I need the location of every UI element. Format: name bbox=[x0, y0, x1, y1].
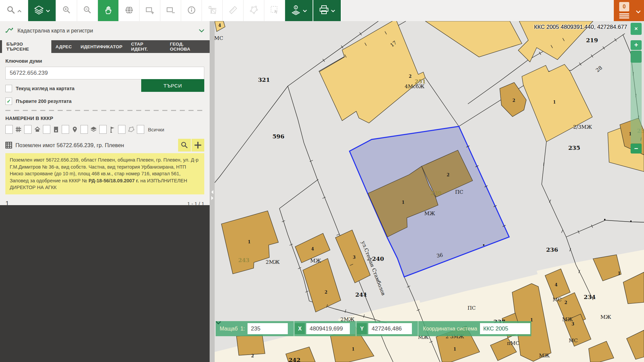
layers-icon bbox=[34, 5, 44, 16]
map-zoom-out-button[interactable]: − bbox=[631, 143, 642, 154]
collapse-left-icon[interactable] bbox=[211, 190, 213, 194]
zoom-slider[interactable] bbox=[631, 51, 642, 143]
grid-icon bbox=[15, 126, 22, 133]
filter-checkbox[interactable] bbox=[118, 125, 125, 134]
coordinate-readout: ККС 2005 4809391.440, 427284.677 bbox=[534, 24, 627, 31]
cart-menu-button[interactable]: 0 bbox=[614, 0, 644, 21]
print-tool-button[interactable] bbox=[313, 0, 341, 21]
crs-value: ККС 2005 bbox=[483, 325, 527, 332]
x-label: X bbox=[295, 323, 305, 334]
svg-text:2: 2 bbox=[409, 74, 412, 79]
divider bbox=[5, 110, 204, 111]
map-zoom-in-button[interactable]: + bbox=[631, 40, 642, 50]
keywords-input[interactable] bbox=[5, 67, 204, 79]
x-coordinate-input[interactable] bbox=[306, 323, 350, 334]
search-tool-button[interactable] bbox=[0, 0, 28, 21]
chevron-down-icon bbox=[46, 8, 50, 14]
scale-prefix: 1: bbox=[240, 326, 248, 332]
filter-checkbox[interactable] bbox=[99, 125, 107, 134]
panel-resize-handle[interactable] bbox=[210, 21, 215, 362]
measure-polygon-tool-button[interactable] bbox=[244, 0, 264, 21]
result-item[interactable]: Поземлен имот 56722.656.239, гр. Плевен bbox=[5, 139, 204, 152]
chevron-down-icon bbox=[331, 8, 335, 14]
tab-old-identifier[interactable]: СТАР ИДЕНТ. bbox=[127, 40, 166, 53]
filter-checkbox[interactable] bbox=[24, 125, 32, 134]
sidebar: Кадастрална карта и регистри БЪРЗО ТЪРСЕ… bbox=[0, 21, 210, 362]
svg-text:пМС: пМС bbox=[507, 340, 520, 346]
filter-checkbox[interactable] bbox=[80, 125, 88, 134]
grid-icon bbox=[5, 139, 12, 152]
zoom-out-tool-button[interactable] bbox=[77, 0, 98, 21]
map-status-bar: Мащаб 1: X Y Координатна система ККС 200… bbox=[216, 321, 531, 336]
close-panel-button[interactable]: × bbox=[631, 23, 642, 35]
svg-text:2/3МЖ: 2/3МЖ bbox=[573, 124, 592, 130]
svg-text:МЖ: МЖ bbox=[539, 353, 550, 359]
route-icon bbox=[5, 27, 13, 35]
map-type-label: Кадастрална карта и регистри bbox=[17, 28, 93, 34]
scale-input[interactable] bbox=[248, 323, 288, 334]
first-200-label: Първите 200 резултата bbox=[16, 99, 71, 104]
tab-geodetic-basis[interactable]: ГЕОД. ОСНОВА bbox=[166, 40, 210, 53]
y-coordinate-input[interactable] bbox=[368, 323, 412, 334]
crs-select[interactable]: ККС 2005 bbox=[480, 323, 530, 334]
filter-checkbox-all[interactable] bbox=[137, 125, 144, 134]
svg-text:241: 241 bbox=[355, 291, 367, 298]
zoom-in-tool-button[interactable] bbox=[56, 0, 77, 21]
svg-text:2: 2 bbox=[447, 173, 449, 177]
svg-text:236: 236 bbox=[546, 246, 558, 253]
pan-tool-button[interactable] bbox=[98, 0, 119, 21]
svg-text:1: 1 bbox=[453, 347, 456, 352]
expand-right-icon[interactable] bbox=[211, 196, 213, 200]
filter-checkbox[interactable] bbox=[5, 125, 13, 134]
chevron-down-icon bbox=[199, 28, 204, 34]
search-button[interactable]: ТЪРСИ bbox=[141, 79, 204, 92]
svg-text:ПС: ПС bbox=[468, 305, 476, 311]
filter-checkbox[interactable] bbox=[62, 125, 69, 134]
results-section-title: НАМЕРЕНИ В КККР bbox=[5, 115, 204, 121]
layers-info-tool-button[interactable] bbox=[285, 0, 313, 21]
svg-text:4МсбЖ: 4МсбЖ bbox=[405, 83, 424, 89]
select-rectangle-tool-button[interactable] bbox=[264, 0, 285, 21]
layers-tool-button[interactable] bbox=[28, 0, 56, 21]
measure-distance-icon bbox=[228, 5, 238, 16]
filter-checkbox[interactable] bbox=[43, 125, 50, 134]
globe-tool-button[interactable] bbox=[119, 0, 140, 21]
menu-icon bbox=[619, 13, 629, 19]
map-type-dropdown[interactable]: Кадастрална карта и регистри bbox=[0, 21, 210, 40]
svg-text:4: 4 bbox=[311, 247, 314, 251]
measure-distance-tool-button[interactable] bbox=[223, 0, 244, 21]
y-stepper[interactable] bbox=[412, 323, 417, 334]
zoom-slider-thumb[interactable] bbox=[631, 51, 642, 63]
result-filter-row: Всички bbox=[5, 125, 204, 134]
svg-text:1: 1 bbox=[402, 200, 405, 205]
extent-add-icon bbox=[146, 6, 154, 16]
svg-text:ПС: ПС bbox=[455, 189, 464, 195]
keywords-label: Ключови думи bbox=[5, 58, 204, 64]
x-stepper[interactable] bbox=[350, 323, 355, 334]
current-view-checkbox[interactable] bbox=[5, 85, 12, 92]
tab-address[interactable]: АДРЕС bbox=[51, 40, 76, 53]
svg-text:МЖ: МЖ bbox=[310, 258, 321, 264]
result-add-button[interactable] bbox=[192, 139, 204, 152]
result-zoom-to-button[interactable] bbox=[178, 139, 191, 152]
extent-remove-tool-button[interactable] bbox=[160, 0, 181, 21]
extent-add-tool-button[interactable] bbox=[140, 0, 160, 21]
info-tool-button[interactable] bbox=[181, 0, 202, 21]
svg-text:4: 4 bbox=[218, 23, 221, 28]
page-number[interactable]: 1 bbox=[5, 200, 9, 205]
cart-count-badge: 0 bbox=[619, 2, 629, 11]
measure-area-tool-button[interactable] bbox=[202, 0, 223, 21]
current-view-label: Текущ изглед на картата bbox=[16, 86, 74, 91]
first-200-checkbox[interactable]: ✓ bbox=[5, 98, 12, 105]
tab-identifier[interactable]: ИДЕНТИФИКАТОР bbox=[76, 40, 127, 53]
pan-hand-icon bbox=[104, 5, 113, 16]
polygon-icon bbox=[128, 126, 135, 133]
info-icon bbox=[187, 6, 196, 16]
map-canvas[interactable]: 321 596 219 235 236 237 240 241 242 234 … bbox=[215, 21, 644, 362]
y-label: Y bbox=[357, 323, 367, 334]
svg-text:1: 1 bbox=[553, 100, 556, 105]
select-rectangle-icon bbox=[270, 5, 279, 16]
svg-text:МС: МС bbox=[215, 35, 223, 41]
scale-stepper[interactable] bbox=[288, 323, 293, 334]
tab-quick-search[interactable]: БЪРЗО ТЪРСЕНЕ bbox=[2, 40, 51, 53]
